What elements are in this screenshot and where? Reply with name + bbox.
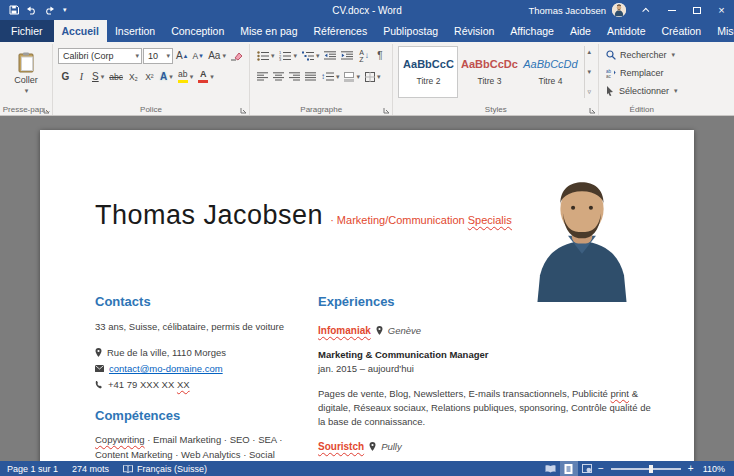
- editing-group: Rechercher▾ abac Remplacer Sélectionner▾…: [599, 44, 685, 115]
- font-dialog-launcher[interactable]: [240, 107, 247, 114]
- tab-references[interactable]: Références: [305, 20, 375, 42]
- style-titre-2[interactable]: AaBbCcC Titre 2: [398, 46, 458, 98]
- location-pin-icon: [369, 442, 376, 451]
- shading-button[interactable]: ▾: [342, 68, 362, 85]
- tab-conception[interactable]: Conception: [163, 20, 232, 42]
- styles-gallery-more-icon[interactable]: ▿: [587, 87, 591, 97]
- paste-button[interactable]: Coller▾: [6, 46, 46, 101]
- svg-text:3: 3: [279, 57, 282, 61]
- web-layout-button[interactable]: [578, 461, 596, 476]
- left-column: Contacts 33 ans, Suisse, célibataire, pe…: [95, 294, 309, 460]
- show-formatting-marks-button[interactable]: ¶: [372, 47, 387, 64]
- word-count[interactable]: 274 mots: [65, 461, 116, 476]
- clear-formatting-button[interactable]: [229, 47, 244, 64]
- align-left-button[interactable]: [255, 68, 270, 85]
- borders-button[interactable]: ▾: [363, 68, 383, 85]
- styles-scroll-down-icon[interactable]: ▾: [587, 67, 591, 77]
- superscript-button[interactable]: X²: [142, 68, 157, 85]
- paragraph-dialog-launcher[interactable]: [383, 107, 390, 114]
- tab-creation[interactable]: Création: [653, 20, 709, 42]
- maximize-button[interactable]: [684, 0, 709, 20]
- word-window: ▾ CV.docx - Word Thomas Jacobsen × Fichi…: [0, 0, 734, 476]
- tab-affichage[interactable]: Affichage: [502, 20, 562, 42]
- numbering-button[interactable]: 123▾: [277, 47, 299, 64]
- tab-revision[interactable]: Révision: [446, 20, 502, 42]
- multilevel-list-button[interactable]: ▾: [300, 47, 322, 64]
- styles-dialog-launcher[interactable]: [589, 107, 596, 114]
- font-color-button[interactable]: A▾: [196, 68, 216, 85]
- undo-icon[interactable]: [26, 6, 37, 15]
- style-titre-3[interactable]: AaBbCcDc Titre 3: [459, 46, 519, 98]
- increase-indent-button[interactable]: [339, 47, 355, 64]
- style-titre-4[interactable]: AaBbCcDd Titre 4: [520, 46, 580, 98]
- shrink-font-button[interactable]: A▾: [190, 47, 205, 64]
- document-canvas[interactable]: Thomas Jacobsen · Marketing/Communicatio…: [0, 116, 734, 461]
- line-spacing-button[interactable]: ↕▾: [319, 68, 342, 85]
- decrease-indent-button[interactable]: [322, 47, 338, 64]
- strikethrough-button[interactable]: abc: [107, 68, 125, 85]
- shading-icon: [344, 72, 354, 78]
- tab-aide[interactable]: Aide: [562, 20, 599, 42]
- document-page[interactable]: Thomas Jacobsen · Marketing/Communicatio…: [40, 130, 694, 461]
- cursor-arrow-icon: [606, 86, 615, 96]
- save-icon[interactable]: [9, 5, 19, 15]
- multilevel-list-icon: [302, 51, 314, 61]
- company-link-souristch[interactable]: Souristch: [318, 441, 364, 452]
- read-mode-icon: [545, 465, 556, 473]
- job-title: Marketing & Communication Manager: [318, 349, 658, 360]
- phone-icon: [95, 381, 103, 389]
- select-button[interactable]: Sélectionner▾: [604, 82, 680, 100]
- zoom-in-button[interactable]: +: [686, 463, 696, 474]
- italic-button[interactable]: I: [74, 68, 89, 85]
- language-indicator[interactable]: Français (Suisse): [116, 461, 214, 476]
- close-button[interactable]: ×: [709, 0, 734, 20]
- location-pin-icon: [376, 326, 383, 335]
- justify-button[interactable]: [303, 68, 318, 85]
- replace-button[interactable]: abac Remplacer: [604, 64, 680, 82]
- zoom-out-button[interactable]: −: [596, 463, 606, 474]
- font-size-select[interactable]: 10▾: [143, 48, 173, 64]
- tab-insertion[interactable]: Insertion: [107, 20, 163, 42]
- redo-icon[interactable]: [44, 6, 55, 15]
- qat-customize-icon[interactable]: ▾: [63, 6, 67, 14]
- eraser-icon: [231, 51, 242, 61]
- read-mode-button[interactable]: [542, 461, 560, 476]
- clipboard-dialog-launcher[interactable]: [43, 107, 50, 114]
- ribbon-display-options-icon[interactable]: [634, 0, 659, 20]
- minimize-button[interactable]: [659, 0, 684, 20]
- align-center-icon: [273, 72, 284, 81]
- text-effects-button[interactable]: A▾: [158, 68, 175, 85]
- highlight-color-button[interactable]: ab▾: [176, 68, 196, 85]
- tab-antidote[interactable]: Antidote: [599, 20, 654, 42]
- bold-button[interactable]: G: [58, 68, 73, 85]
- align-center-button[interactable]: [271, 68, 286, 85]
- subscript-button[interactable]: X₂: [126, 68, 141, 85]
- underline-button[interactable]: S▾: [90, 68, 106, 85]
- contacts-heading: Contacts: [95, 294, 309, 309]
- font-name-select[interactable]: Calibri (Corp▾: [58, 48, 142, 64]
- styles-scroll-up-icon[interactable]: ▴: [587, 47, 591, 57]
- account-avatar[interactable]: [612, 3, 626, 17]
- tab-publipostage[interactable]: Publipostag: [375, 20, 446, 42]
- align-left-icon: [257, 72, 268, 81]
- change-case-button[interactable]: Aa▾: [206, 47, 228, 64]
- bullets-button[interactable]: ▾: [255, 47, 277, 64]
- account-name[interactable]: Thomas Jacobsen: [528, 5, 606, 16]
- tab-fichier[interactable]: Fichier: [0, 20, 54, 42]
- zoom-level[interactable]: 110%: [696, 461, 734, 476]
- company-link-infomaniak[interactable]: Infomaniak: [318, 325, 371, 336]
- find-button[interactable]: Rechercher▾: [604, 46, 680, 64]
- zoom-slider[interactable]: [611, 468, 681, 470]
- grow-font-button[interactable]: A▴: [174, 47, 189, 64]
- zoom-slider-thumb[interactable]: [649, 465, 653, 473]
- email-link[interactable]: contact@mo-domaine.com: [109, 363, 223, 374]
- page-indicator[interactable]: Page 1 sur 1: [0, 461, 65, 476]
- align-right-button[interactable]: [287, 68, 302, 85]
- tab-mise-en-page1[interactable]: Mise en pag: [232, 20, 305, 42]
- replace-icon: abac: [606, 69, 616, 78]
- tab-mise-en-page2[interactable]: Mise en page: [709, 20, 734, 42]
- sort-button[interactable]: AZ↓: [356, 47, 371, 64]
- tab-accueil[interactable]: Accueil: [54, 20, 107, 42]
- search-icon: [606, 50, 616, 60]
- print-layout-button[interactable]: [560, 461, 578, 476]
